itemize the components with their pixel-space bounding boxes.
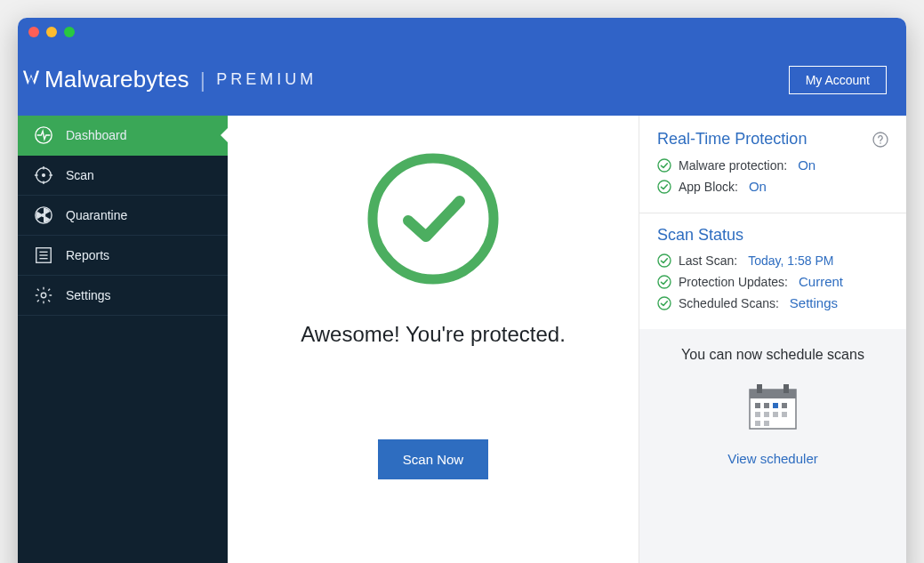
sidebar-item-settings[interactable]: Settings	[18, 276, 228, 316]
svg-rect-34	[755, 421, 760, 426]
section-divider	[639, 213, 906, 213]
rtp-malware-toggle[interactable]: On	[798, 157, 816, 173]
app-logo: Malwarebytes | PREMIUM	[20, 66, 317, 93]
check-circle-icon	[657, 180, 671, 194]
body: Dashboard Scan Quarantine Reports	[18, 116, 906, 563]
svg-rect-28	[773, 403, 778, 408]
rtp-appblock-toggle[interactable]: On	[749, 179, 767, 194]
check-circle-icon	[657, 158, 671, 173]
svg-point-20	[658, 276, 671, 288]
sidebar-item-label: Reports	[66, 248, 109, 262]
svg-point-17	[658, 159, 671, 172]
zoom-window-button[interactable]	[64, 27, 75, 37]
scan-status-row-updates: Protection Updates: Current	[657, 274, 888, 289]
rtp-title: Real-Time Protection	[657, 130, 807, 149]
svg-rect-35	[764, 421, 769, 426]
status-headline: Awesome! You're protected.	[301, 322, 566, 347]
svg-rect-33	[782, 412, 787, 417]
svg-rect-25	[783, 384, 789, 393]
rtp-malware-label: Malware protection:	[679, 158, 787, 173]
product-tier: PREMIUM	[216, 70, 317, 89]
svg-rect-32	[773, 412, 778, 417]
scheduler-promo: You can now schedule scans	[639, 329, 906, 563]
list-icon	[34, 245, 53, 265]
activity-icon	[34, 125, 53, 145]
protection-updates-label: Protection Updates:	[679, 275, 788, 289]
rtp-title-row: Real-Time Protection	[657, 130, 888, 149]
svg-point-14	[373, 158, 494, 279]
scan-status-title-row: Scan Status	[657, 226, 888, 245]
main-panel: Awesome! You're protected. Scan Now	[228, 116, 639, 563]
titlebar	[18, 18, 906, 66]
minimize-window-button[interactable]	[46, 27, 57, 37]
svg-rect-24	[757, 384, 762, 393]
rtp-appblock-label: App Block:	[679, 180, 738, 194]
sidebar-item-label: Settings	[66, 288, 111, 302]
right-panel: Real-Time Protection Malware protection:…	[639, 116, 906, 563]
svg-rect-29	[782, 403, 787, 408]
sidebar-item-quarantine[interactable]: Quarantine	[18, 196, 228, 236]
rtp-row-appblock: App Block: On	[657, 179, 888, 194]
protection-updates-link[interactable]: Current	[799, 274, 843, 289]
brand-icon	[20, 68, 43, 92]
help-icon[interactable]	[872, 132, 888, 148]
check-circle-icon	[657, 275, 671, 289]
header: Malwarebytes | PREMIUM My Account	[18, 66, 906, 116]
rtp-row-malware: Malware protection: On	[657, 157, 888, 173]
sidebar-item-scan[interactable]: Scan	[18, 156, 228, 196]
view-scheduler-link[interactable]: View scheduler	[727, 451, 817, 466]
scheduled-scans-label: Scheduled Scans:	[679, 296, 779, 310]
content: Awesome! You're protected. Scan Now Real…	[228, 116, 906, 563]
svg-point-13	[41, 293, 46, 298]
svg-rect-23	[750, 390, 796, 398]
gear-icon	[34, 286, 53, 305]
scan-now-button[interactable]: Scan Now	[378, 439, 488, 479]
brand-name: Malwarebytes	[44, 66, 189, 93]
radiation-icon	[34, 205, 53, 225]
target-icon	[34, 165, 53, 185]
brand-divider: |	[200, 68, 205, 92]
app-window: Malwarebytes | PREMIUM My Account Dashbo…	[18, 18, 906, 563]
svg-point-2	[43, 174, 45, 177]
svg-rect-27	[764, 403, 769, 408]
scan-status-row-scheduled: Scheduled Scans: Settings	[657, 295, 888, 310]
svg-point-18	[658, 181, 671, 193]
scheduler-promo-title: You can now schedule scans	[681, 347, 864, 363]
status-check-icon	[362, 148, 504, 290]
sidebar-item-label: Dashboard	[66, 128, 127, 142]
check-circle-icon	[657, 296, 671, 310]
window-controls	[28, 27, 85, 57]
svg-rect-31	[764, 412, 769, 417]
last-scan-value: Today, 1:58 PM	[748, 253, 833, 268]
scheduled-scans-link[interactable]: Settings	[790, 295, 838, 310]
check-circle-icon	[657, 253, 671, 268]
my-account-button[interactable]: My Account	[789, 66, 887, 94]
calendar-icon	[746, 382, 799, 431]
svg-rect-30	[755, 412, 760, 417]
scan-status-title: Scan Status	[657, 226, 743, 245]
sidebar-item-reports[interactable]: Reports	[18, 236, 228, 276]
svg-point-16	[880, 142, 881, 144]
svg-rect-26	[755, 403, 760, 408]
close-window-button[interactable]	[28, 27, 39, 37]
svg-point-21	[658, 297, 671, 310]
sidebar-item-label: Quarantine	[66, 208, 127, 222]
last-scan-label: Last Scan:	[679, 253, 737, 268]
svg-point-19	[658, 254, 671, 267]
sidebar-item-dashboard[interactable]: Dashboard	[18, 116, 228, 156]
sidebar: Dashboard Scan Quarantine Reports	[18, 116, 228, 563]
sidebar-item-label: Scan	[66, 168, 94, 182]
brand-mark: Malwarebytes	[20, 66, 189, 93]
scan-status-row-last: Last Scan: Today, 1:58 PM	[657, 253, 888, 268]
